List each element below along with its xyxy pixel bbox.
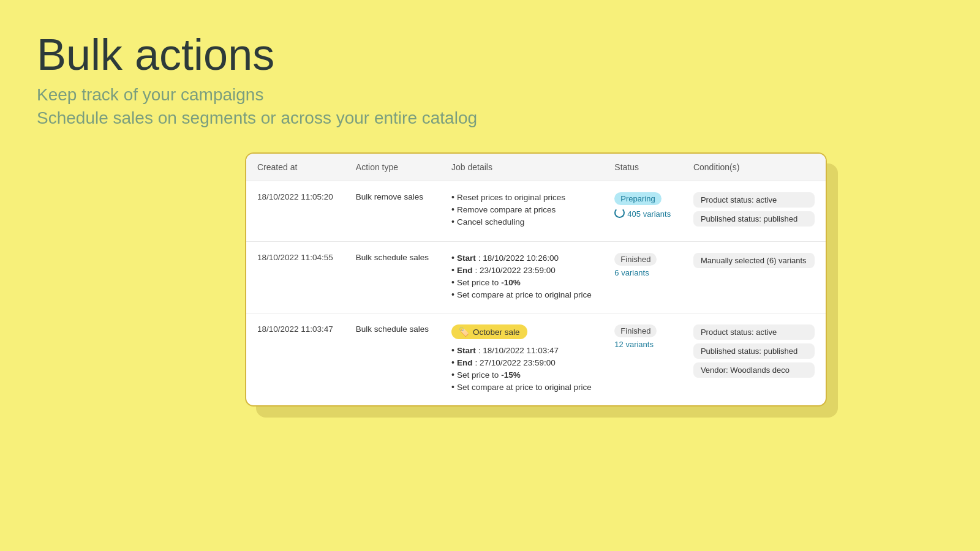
- variants-count[interactable]: 405 variants: [614, 208, 671, 220]
- table-body: 18/10/2022 11:05:20Bulk remove salesRese…: [246, 181, 826, 406]
- col-conditions: Condition(s): [682, 154, 826, 181]
- job-detail-item: Set price to -15%: [451, 370, 592, 380]
- cell-conditions: Product status: activePublished status: …: [682, 181, 826, 242]
- cell-status: Finished12 variants: [603, 313, 682, 406]
- cell-job-details: Start : 18/10/2022 10:26:00End : 23/10/2…: [440, 242, 603, 313]
- job-detail-item: Reset prices to original prices: [451, 192, 592, 202]
- tag-icon: 🏷️: [459, 327, 469, 337]
- col-job-details: Job details: [440, 154, 603, 181]
- job-detail-item: Set price to -10%: [451, 277, 592, 287]
- campaign-tag: 🏷️October sale: [451, 324, 527, 339]
- cell-created-at: 18/10/2022 11:04:55: [246, 242, 345, 313]
- col-action-type: Action type: [345, 154, 440, 181]
- page-background: Bulk actions Keep track of your campaign…: [0, 0, 980, 551]
- hero-subtitle2: Schedule sales on segments or across you…: [37, 108, 943, 128]
- table-header: Created at Action type Job details Statu…: [246, 154, 826, 181]
- job-detail-item: Set compare at price to original price: [451, 290, 592, 299]
- campaign-tag-label: October sale: [473, 328, 520, 337]
- table-row: 18/10/2022 11:03:47Bulk schedule sales🏷️…: [246, 313, 826, 406]
- condition-chip: Published status: published: [693, 211, 815, 227]
- job-detail-item: End : 27/10/2022 23:59:00: [451, 358, 592, 367]
- job-detail-item: End : 23/10/2022 23:59:00: [451, 265, 592, 275]
- cell-job-details: 🏷️October saleStart : 18/10/2022 11:03:4…: [440, 313, 603, 406]
- table-row: 18/10/2022 11:05:20Bulk remove salesRese…: [246, 181, 826, 242]
- variants-count[interactable]: 6 variants: [614, 268, 671, 277]
- condition-chip: Vendor: Woodlands deco: [693, 362, 815, 378]
- status-badge: Preparing: [614, 192, 661, 205]
- cell-status: Finished6 variants: [603, 242, 682, 313]
- bulk-actions-card: Created at Action type Job details Statu…: [245, 152, 827, 407]
- bulk-actions-table: Created at Action type Job details Statu…: [246, 154, 826, 405]
- cell-job-details: Reset prices to original pricesRemove co…: [440, 181, 603, 242]
- conditions-list: Product status: activePublished status: …: [693, 324, 815, 381]
- condition-chip: Manually selected (6) variants: [693, 253, 815, 268]
- job-detail-item: Cancel scheduling: [451, 217, 592, 227]
- table-card-wrapper: Created at Action type Job details Statu…: [245, 152, 827, 407]
- job-detail-item: Start : 18/10/2022 11:03:47: [451, 345, 592, 355]
- variants-count[interactable]: 12 variants: [614, 340, 671, 349]
- cell-action-type: Bulk remove sales: [345, 181, 440, 242]
- status-badge: Finished: [614, 324, 657, 337]
- cell-action-type: Bulk schedule sales: [345, 242, 440, 313]
- hero-title: Bulk actions: [37, 31, 943, 79]
- cell-created-at: 18/10/2022 11:05:20: [246, 181, 345, 242]
- job-detail-item: Start : 18/10/2022 10:26:00: [451, 253, 592, 263]
- condition-chip: Product status: active: [693, 192, 815, 208]
- table-row: 18/10/2022 11:04:55Bulk schedule salesSt…: [246, 242, 826, 313]
- cell-conditions: Manually selected (6) variants: [682, 242, 826, 313]
- variants-text: 405 variants: [627, 209, 671, 219]
- conditions-list: Product status: activePublished status: …: [693, 192, 815, 230]
- cell-action-type: Bulk schedule sales: [345, 313, 440, 406]
- condition-chip: Product status: active: [693, 324, 815, 340]
- status-badge: Finished: [614, 253, 657, 266]
- conditions-list: Manually selected (6) variants: [693, 253, 815, 272]
- job-detail-item: Remove compare at prices: [451, 204, 592, 214]
- hero-subtitle1: Keep track of your campaigns: [37, 85, 943, 105]
- cell-status: Preparing405 variants: [603, 181, 682, 242]
- col-status: Status: [603, 154, 682, 181]
- cell-created-at: 18/10/2022 11:03:47: [246, 313, 345, 406]
- col-created-at: Created at: [246, 154, 345, 181]
- job-detail-item: Set compare at price to original price: [451, 382, 592, 392]
- loading-spinner-icon: [614, 208, 625, 220]
- condition-chip: Published status: published: [693, 343, 815, 359]
- cell-conditions: Product status: activePublished status: …: [682, 313, 826, 406]
